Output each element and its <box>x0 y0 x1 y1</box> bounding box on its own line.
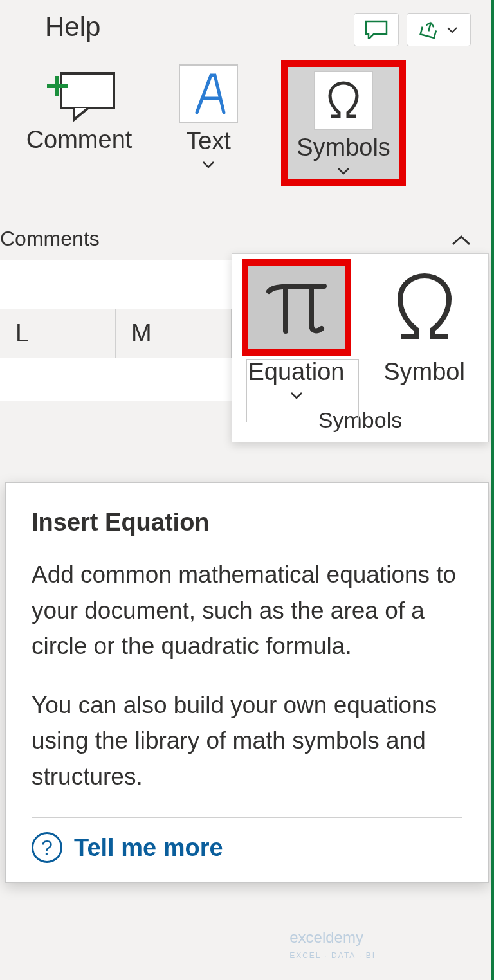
comment-bubble-icon <box>365 20 388 39</box>
tab-help[interactable]: Help <box>45 12 100 42</box>
symbols-button[interactable]: Symbols <box>281 60 406 186</box>
comments-group: Comment Comments <box>12 60 147 156</box>
symbol-icon-wrap <box>370 259 479 356</box>
symbols-group: Symbols <box>270 60 417 186</box>
tell-me-more-text: Tell me more <box>74 834 223 862</box>
help-icon: ? <box>32 832 62 863</box>
text-button[interactable]: Text <box>172 60 244 172</box>
column-header-m[interactable]: M <box>116 309 232 358</box>
equation-button[interactable]: Equation <box>232 254 360 400</box>
share-icon <box>419 20 441 39</box>
title-bar-buttons <box>354 13 471 46</box>
chevron-down-icon <box>289 391 304 400</box>
new-comment-icon <box>41 64 118 122</box>
symbol-button[interactable]: Symbol <box>360 254 488 400</box>
dropdown-items: Equation Symbol <box>232 254 488 400</box>
screentip-paragraph-2: You can also build your own equations us… <box>32 687 462 795</box>
equation-icon-highlight <box>242 259 351 356</box>
screentip-divider <box>32 817 462 818</box>
symbols-dropdown: Equation Symbol Symbols <box>232 253 489 442</box>
formula-bar[interactable] <box>0 260 232 309</box>
ribbon-tab-row: Help <box>0 0 491 54</box>
svg-rect-0 <box>61 73 114 108</box>
dropdown-group-label: Symbols <box>232 400 488 442</box>
text-label: Text <box>186 127 231 155</box>
comment-button[interactable]: Comment <box>20 60 139 156</box>
watermark: exceldemy EXCEL · DATA · BI <box>289 930 376 961</box>
comments-group-label: Comments <box>0 227 100 251</box>
text-icon-box <box>179 64 238 123</box>
share-button[interactable] <box>407 13 471 46</box>
chevron-down-icon <box>336 167 351 176</box>
omega-icon <box>325 80 362 120</box>
text-a-icon <box>189 71 228 116</box>
ribbon: Comment Comments Text Symbols <box>0 54 491 253</box>
watermark-brand: exceldemy <box>289 929 363 946</box>
text-group: Text <box>147 60 270 172</box>
column-headers: L M <box>0 309 232 358</box>
screentip: Insert Equation Add common mathematical … <box>5 482 489 883</box>
watermark-tag: EXCEL · DATA · BI <box>289 951 376 960</box>
chevron-down-icon <box>446 26 458 33</box>
screentip-paragraph-1: Add common mathematical equations to you… <box>32 557 462 664</box>
comment-label: Comment <box>26 126 133 154</box>
chevron-down-icon <box>201 160 215 169</box>
collapse-ribbon-icon[interactable] <box>450 234 472 248</box>
omega-icon-box <box>314 71 373 130</box>
tell-me-more-link[interactable]: ? Tell me more <box>32 832 462 863</box>
omega-icon <box>392 272 457 343</box>
equation-label: Equation <box>248 358 344 386</box>
symbol-label: Symbol <box>383 358 465 386</box>
symbols-label: Symbols <box>297 134 390 161</box>
pi-icon <box>261 272 332 343</box>
screentip-title: Insert Equation <box>32 509 462 536</box>
worksheet-area: L M <box>0 260 232 401</box>
comments-pane-button[interactable] <box>354 13 399 46</box>
column-header-l[interactable]: L <box>0 309 116 358</box>
